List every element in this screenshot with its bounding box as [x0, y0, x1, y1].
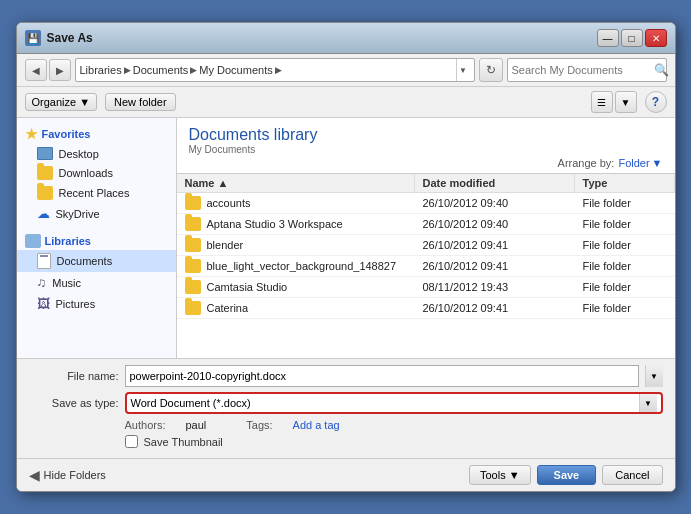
forward-button[interactable]: ▶	[49, 59, 71, 81]
documents-doc-icon	[37, 253, 51, 269]
libraries-label: Libraries	[45, 235, 91, 247]
close-button[interactable]: ✕	[645, 29, 667, 47]
nav-buttons: ◀ ▶	[25, 59, 71, 81]
hide-folders-button[interactable]: ◀ Hide Folders	[29, 467, 106, 483]
file-name-camtasia: Camtasia Studio	[177, 277, 415, 297]
arrange-dropdown-icon: ▼	[652, 157, 663, 169]
address-sep3: ▶	[275, 65, 282, 75]
favorites-section: ★ Favorites Desktop Downloads Recent Pla…	[17, 124, 176, 224]
savetype-row: Save as type: Word Document (*.docx) ▼	[29, 392, 663, 414]
file-type-aptana: File folder	[575, 214, 675, 234]
thumbnail-checkbox[interactable]	[125, 435, 138, 448]
file-name-caterina: Caterina	[177, 298, 415, 318]
col-name[interactable]: Name ▲	[177, 174, 415, 192]
caterina-folder-icon	[185, 301, 201, 315]
table-row[interactable]: blue_light_vector_background_148827 26/1…	[177, 256, 675, 277]
file-date-accounts: 26/10/2012 09:40	[415, 193, 575, 213]
tools-dropdown-icon: ▼	[509, 469, 520, 481]
col-date[interactable]: Date modified	[415, 174, 575, 192]
table-row[interactable]: accounts 26/10/2012 09:40 File folder	[177, 193, 675, 214]
aptana-folder-icon	[185, 217, 201, 231]
table-row[interactable]: blender 26/10/2012 09:41 File folder	[177, 235, 675, 256]
back-button[interactable]: ◀	[25, 59, 47, 81]
table-row[interactable]: Camtasia Studio 08/11/2012 19:43 File fo…	[177, 277, 675, 298]
save-button[interactable]: Save	[537, 465, 597, 485]
favorites-header: ★ Favorites	[17, 124, 176, 144]
file-type-blue: File folder	[575, 256, 675, 276]
arrange-value: Folder	[618, 157, 649, 169]
sidebar-item-documents[interactable]: Documents	[17, 250, 176, 272]
search-box: 🔍	[507, 58, 667, 82]
col-type[interactable]: Type	[575, 174, 675, 192]
favorites-label: Favorites	[42, 128, 91, 140]
address-content: Libraries ▶ Documents ▶ My Documents ▶	[80, 64, 452, 76]
title-bar: 💾 Save As — □ ✕	[17, 23, 675, 54]
savetype-dropdown-arrow[interactable]: ▼	[639, 394, 657, 412]
downloads-folder-icon	[37, 166, 53, 180]
action-buttons: Tools ▼ Save Cancel	[469, 465, 663, 485]
new-folder-button[interactable]: New folder	[105, 93, 176, 111]
tags-value[interactable]: Add a tag	[293, 419, 340, 431]
filename-dropdown-button[interactable]: ▼	[645, 365, 663, 387]
tools-button[interactable]: Tools ▼	[469, 465, 531, 485]
desktop-icon	[37, 147, 53, 160]
filename-input[interactable]	[125, 365, 639, 387]
tags-label: Tags:	[246, 419, 272, 431]
file-date-camtasia: 08/11/2012 19:43	[415, 277, 575, 297]
file-area-header: Documents library My Documents Arrange b…	[177, 118, 675, 173]
file-area: Documents library My Documents Arrange b…	[177, 118, 675, 358]
minimize-button[interactable]: —	[597, 29, 619, 47]
sidebar-pictures-label: Pictures	[56, 298, 96, 310]
view-dropdown-button[interactable]: ▼	[615, 91, 637, 113]
address-bar[interactable]: Libraries ▶ Documents ▶ My Documents ▶ ▼	[75, 58, 475, 82]
skydrive-cloud-icon: ☁	[37, 206, 50, 221]
music-icon: ♫	[37, 275, 47, 290]
refresh-button[interactable]: ↻	[479, 58, 503, 82]
recent-places-folder-icon	[37, 186, 53, 200]
search-input[interactable]	[512, 64, 650, 76]
thumbnail-row: Save Thumbnail	[29, 435, 663, 448]
pictures-icon: 🖼	[37, 296, 50, 311]
arrange-row: Arrange by: Folder ▼	[189, 157, 663, 169]
help-button[interactable]: ?	[645, 91, 667, 113]
file-name-accounts: accounts	[177, 193, 415, 213]
address-libraries: Libraries	[80, 64, 122, 76]
view-toggle-button[interactable]: ☰	[591, 91, 613, 113]
organize-button[interactable]: Organize ▼	[25, 93, 98, 111]
favorites-icon: ★	[25, 126, 38, 142]
savetype-dropdown[interactable]: Word Document (*.docx) ▼	[125, 392, 663, 414]
organize-arrow-icon: ▼	[79, 96, 90, 108]
file-list-body: accounts 26/10/2012 09:40 File folder Ap…	[177, 193, 675, 319]
sidebar-music-label: Music	[52, 277, 81, 289]
file-date-aptana: 26/10/2012 09:40	[415, 214, 575, 234]
file-type-caterina: File folder	[575, 298, 675, 318]
address-sep2: ▶	[190, 65, 197, 75]
window-controls: — □ ✕	[597, 29, 667, 47]
arrange-dropdown[interactable]: Folder ▼	[618, 157, 662, 169]
library-title: Documents library	[189, 126, 663, 144]
maximize-button[interactable]: □	[621, 29, 643, 47]
sidebar-item-recent-places[interactable]: Recent Places	[17, 183, 176, 203]
savetype-label: Save as type:	[29, 397, 119, 409]
address-dropdown-button[interactable]: ▼	[456, 59, 470, 81]
table-row[interactable]: Caterina 26/10/2012 09:41 File folder	[177, 298, 675, 319]
sidebar-item-music[interactable]: ♫ Music	[17, 272, 176, 293]
arrange-label: Arrange by:	[558, 157, 615, 169]
nav-toolbar: ◀ ▶ Libraries ▶ Documents ▶ My Documents…	[17, 54, 675, 87]
sidebar-item-pictures[interactable]: 🖼 Pictures	[17, 293, 176, 314]
new-folder-label: New folder	[114, 96, 167, 108]
libraries-section: Libraries Documents ♫ Music 🖼 Pictures	[17, 232, 176, 314]
savetype-value: Word Document (*.docx)	[131, 397, 639, 409]
sidebar-item-downloads[interactable]: Downloads	[17, 163, 176, 183]
cancel-button[interactable]: Cancel	[602, 465, 662, 485]
sidebar-item-skydrive[interactable]: ☁ SkyDrive	[17, 203, 176, 224]
sidebar-item-desktop[interactable]: Desktop	[17, 144, 176, 163]
libraries-header: Libraries	[17, 232, 176, 250]
libraries-icon	[25, 234, 41, 248]
title-bar-left: 💾 Save As	[25, 30, 93, 46]
file-list: Name ▲ Date modified Type accounts	[177, 173, 675, 358]
camtasia-folder-icon	[185, 280, 201, 294]
table-row[interactable]: Aptana Studio 3 Workspace 26/10/2012 09:…	[177, 214, 675, 235]
file-date-blender: 26/10/2012 09:41	[415, 235, 575, 255]
blue-folder-icon	[185, 259, 201, 273]
